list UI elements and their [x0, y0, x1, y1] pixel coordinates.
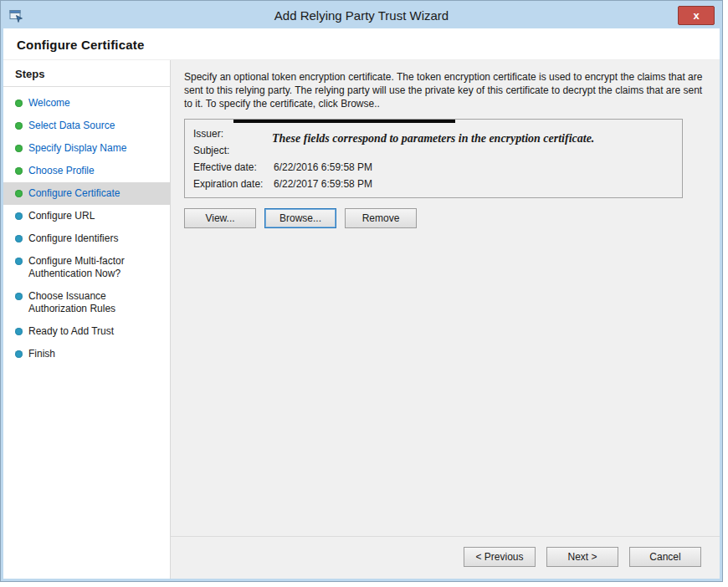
sidebar-item-welcome[interactable]: Welcome [3, 92, 170, 115]
cancel-button[interactable]: Cancel [629, 547, 701, 567]
step-label: Choose Profile [28, 165, 95, 177]
sidebar-item-configure-url: Configure URL [3, 205, 170, 227]
remove-button[interactable]: Remove [345, 208, 417, 228]
step-status-icon [15, 190, 23, 197]
certificate-actions: View... Browse... Remove [184, 208, 706, 228]
effective-date-row: Effective date: 6/22/2016 6:59:58 PM [193, 159, 674, 176]
step-status-icon [15, 100, 23, 107]
step-label: Ready to Add Trust [28, 325, 114, 338]
close-icon: x [693, 9, 699, 22]
issuer-label: Issuer: [193, 125, 274, 142]
wizard-dialog: Add Relying Party Trust Wizard x Configu… [1, 1, 722, 581]
step-status-icon [15, 145, 23, 152]
step-label: Finish [28, 348, 55, 360]
sidebar-item-configure-identifiers: Configure Identifiers [3, 227, 170, 250]
sidebar-item-configure-certificate[interactable]: Configure Certificate [3, 182, 170, 205]
steps-heading: Steps [3, 60, 170, 87]
window-title: Add Relying Party Trust Wizard [3, 3, 720, 28]
step-label: Configure Certificate [28, 187, 120, 200]
steps-list: WelcomeSelect Data SourceSpecify Display… [3, 92, 170, 365]
step-status-icon [15, 350, 23, 358]
page-header: Configure Certificate [3, 28, 720, 60]
effective-date-label: Effective date: [193, 159, 274, 176]
subject-label: Subject: [193, 142, 274, 159]
step-status-icon [15, 122, 23, 130]
steps-sidebar: Steps WelcomeSelect Data SourceSpecify D… [3, 60, 171, 579]
effective-date-value: 6/22/2016 6:59:58 PM [274, 159, 372, 176]
step-label: Configure Identifiers [28, 232, 118, 245]
titlebar: Add Relying Party Trust Wizard x [3, 3, 720, 28]
step-status-icon [15, 212, 23, 220]
sidebar-item-select-data-source[interactable]: Select Data Source [3, 115, 170, 137]
expiration-date-row: Expiration date: 6/22/2017 6:59:58 PM [193, 176, 674, 192]
sidebar-item-choose-issuance-authorization-rules: Choose Issuance Authorization Rules [3, 285, 170, 320]
browse-button[interactable]: Browse... [264, 208, 336, 228]
step-label: Welcome [28, 97, 70, 110]
step-status-icon [15, 328, 23, 335]
sidebar-item-finish: Finish [3, 343, 170, 365]
description-text: Specify an optional token encryption cer… [184, 70, 706, 110]
step-label: Select Data Source [28, 120, 115, 132]
content-panel: Specify an optional token encryption cer… [171, 60, 720, 579]
expiration-date-label: Expiration date: [193, 176, 274, 192]
sidebar-item-ready-to-add-trust: Ready to Add Trust [3, 320, 170, 343]
annotation-text: These fields correspond to parameters in… [272, 132, 674, 145]
previous-button[interactable]: < Previous [464, 547, 536, 567]
next-button[interactable]: Next > [546, 547, 618, 567]
step-status-icon [15, 258, 23, 265]
wizard-app-icon [9, 8, 24, 23]
wizard-footer: < Previous Next > Cancel [171, 536, 720, 579]
page-title: Configure Certificate [17, 38, 720, 52]
step-label: Configure URL [28, 210, 95, 222]
sidebar-item-specify-display-name[interactable]: Specify Display Name [3, 137, 170, 160]
step-status-icon [15, 235, 23, 242]
expiration-date-value: 6/22/2017 6:59:58 PM [274, 176, 372, 192]
step-status-icon [15, 167, 23, 175]
close-button[interactable]: x [678, 6, 715, 25]
sidebar-item-choose-profile[interactable]: Choose Profile [3, 160, 170, 182]
sidebar-item-configure-multi-factor-authentication-now: Configure Multi-factor Authentication No… [3, 250, 170, 285]
step-label: Choose Issuance Authorization Rules [28, 290, 163, 315]
redaction-bar [233, 120, 455, 123]
step-status-icon [15, 293, 23, 300]
certificate-details-box: These fields correspond to parameters in… [184, 119, 683, 198]
step-label: Specify Display Name [28, 142, 126, 155]
view-button[interactable]: View... [184, 208, 256, 228]
step-label: Configure Multi-factor Authentication No… [28, 255, 163, 280]
